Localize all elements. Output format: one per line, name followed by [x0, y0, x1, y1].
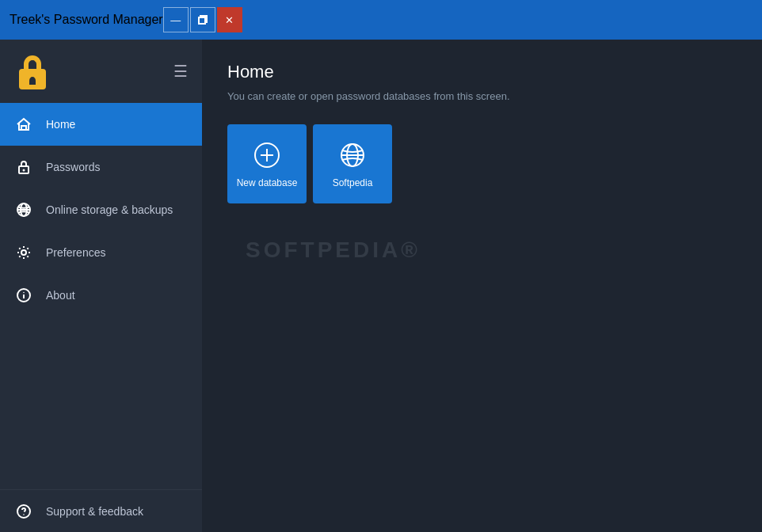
- lock-body: [19, 69, 46, 89]
- sidebar: ☰ Home Passwords: [0, 40, 202, 532]
- sidebar-header: ☰: [0, 40, 202, 103]
- passwords-icon: [14, 158, 33, 177]
- sidebar-item-home-label: Home: [46, 118, 75, 131]
- online-storage-icon: [14, 200, 33, 219]
- sidebar-item-support-label: Support & feedback: [46, 505, 143, 518]
- svg-point-7: [21, 250, 26, 255]
- sidebar-item-support[interactable]: Support & feedback: [0, 489, 202, 532]
- content-area: SOFTPEDIA® Home You can create or open p…: [202, 40, 762, 532]
- svg-point-12: [23, 514, 25, 515]
- restore-button[interactable]: [190, 7, 215, 32]
- close-button[interactable]: ✕: [217, 7, 242, 32]
- page-subtitle: You can create or open password database…: [227, 90, 737, 102]
- preferences-icon: [14, 243, 33, 262]
- titlebar-controls: — ✕: [163, 7, 242, 32]
- new-database-label: New database: [237, 177, 298, 188]
- home-icon: [14, 115, 33, 134]
- sidebar-item-home[interactable]: Home: [0, 103, 202, 146]
- page-title: Home: [227, 62, 737, 82]
- softpedia-label: Softpedia: [333, 177, 373, 188]
- app-title: Treek's Password Manager: [10, 13, 163, 27]
- logo-container: [14, 54, 50, 89]
- lock-keyhole: [29, 77, 36, 85]
- sidebar-item-passwords-label: Passwords: [46, 161, 100, 173]
- softpedia-icon: [337, 139, 368, 171]
- svg-point-10: [23, 292, 25, 294]
- main-layout: ☰ Home Passwords: [0, 40, 762, 532]
- sidebar-item-online-storage[interactable]: Online storage & backups: [0, 188, 202, 231]
- titlebar: Treek's Password Manager — ✕: [0, 0, 762, 40]
- svg-rect-1: [21, 126, 26, 130]
- sidebar-item-preferences-label: Preferences: [46, 246, 105, 259]
- minimize-button[interactable]: —: [163, 7, 189, 32]
- sidebar-item-preferences[interactable]: Preferences: [0, 231, 202, 274]
- app-logo: [14, 54, 50, 89]
- support-icon: [14, 502, 33, 521]
- new-database-card[interactable]: New database: [227, 124, 307, 203]
- cards-container: New database Softpedia: [227, 124, 737, 203]
- sidebar-item-passwords[interactable]: Passwords: [0, 146, 202, 188]
- svg-point-3: [23, 169, 25, 172]
- softpedia-card[interactable]: Softpedia: [313, 124, 392, 203]
- about-icon: [14, 286, 33, 305]
- sidebar-item-about[interactable]: About: [0, 274, 202, 317]
- new-database-icon: [251, 139, 283, 171]
- hamburger-menu-button[interactable]: ☰: [173, 62, 188, 81]
- sidebar-item-online-storage-label: Online storage & backups: [46, 203, 173, 216]
- sidebar-item-about-label: About: [46, 289, 75, 302]
- lock-shackle: [24, 55, 41, 70]
- watermark: SOFTPEDIA®: [246, 238, 421, 263]
- svg-rect-0: [199, 17, 205, 24]
